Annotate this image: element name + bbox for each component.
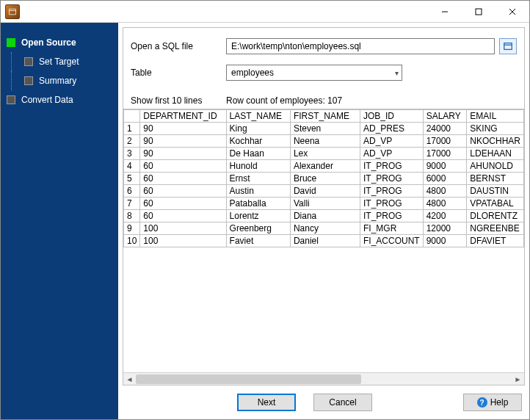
table-cell[interactable]: AD_PRES (360, 123, 423, 135)
scroll-thumb[interactable] (136, 374, 361, 384)
browse-file-button[interactable] (499, 38, 517, 54)
table-cell[interactable]: 60 (140, 173, 226, 185)
sql-file-path-input[interactable] (226, 38, 495, 54)
table-cell[interactable]: 4800 (423, 185, 467, 198)
table-cell[interactable]: DAUSTIN (467, 185, 524, 198)
table-row[interactable]: 190KingStevenAD_PRES24000SKING (124, 123, 524, 135)
scroll-right-icon[interactable]: ► (512, 373, 524, 385)
table-cell[interactable]: 60 (140, 185, 226, 198)
table-cell[interactable]: NGREENBE (467, 222, 524, 235)
table-cell[interactable]: King (226, 123, 290, 135)
table-cell[interactable]: 4200 (423, 210, 467, 222)
table-cell[interactable]: Austin (226, 185, 290, 198)
sidebar-item-convert-data[interactable]: Convert Data (1, 90, 118, 109)
table-cell[interactable]: IT_PROG (360, 198, 423, 210)
table-cell[interactable]: Bruce (290, 173, 360, 185)
table-cell[interactable]: Lorentz (226, 210, 290, 222)
help-icon: ? (477, 397, 487, 408)
table-cell[interactable]: Pataballa (226, 198, 290, 210)
sidebar-item-label: Convert Data (21, 95, 73, 105)
table-cell[interactable]: SKING (467, 123, 524, 135)
table-cell[interactable]: 60 (140, 198, 226, 210)
table-cell[interactable]: 17000 (423, 148, 467, 160)
table-cell[interactable]: Diana (290, 210, 360, 222)
table-cell[interactable]: DFAVIET (467, 235, 524, 247)
help-button[interactable]: ? Help (463, 394, 522, 411)
table-cell[interactable]: De Haan (226, 148, 290, 160)
table-cell[interactable]: Lex (290, 148, 360, 160)
table-cell[interactable]: FI_ACCOUNT (360, 235, 423, 247)
table-cell[interactable]: 90 (140, 123, 226, 135)
table-cell[interactable]: 17000 (423, 135, 467, 148)
table-cell[interactable]: 9000 (423, 235, 467, 247)
table-cell[interactable]: Steven (290, 123, 360, 135)
preview-table-area: DEPARTMENT_ID LAST_NAME FIRST_NAME JOB_I… (123, 109, 524, 385)
table-cell[interactable]: 90 (140, 148, 226, 160)
table-cell[interactable]: 60 (140, 160, 226, 173)
column-header[interactable]: LAST_NAME (226, 110, 290, 123)
column-header[interactable]: SALARY (423, 110, 467, 123)
scroll-left-icon[interactable]: ◄ (123, 373, 136, 385)
column-header[interactable]: FIRST_NAME (290, 110, 360, 123)
table-select[interactable]: employees ▾ (226, 65, 402, 81)
table-cell[interactable]: LDEHAAN (467, 148, 524, 160)
table-row[interactable]: 460HunoldAlexanderIT_PROG9000AHUNOLD (124, 160, 524, 173)
preview-table[interactable]: DEPARTMENT_ID LAST_NAME FIRST_NAME JOB_I… (123, 109, 524, 247)
table-cell[interactable]: Valli (290, 198, 360, 210)
table-row[interactable]: 560ErnstBruceIT_PROG6000BERNST (124, 173, 524, 185)
maximize-button[interactable] (462, 1, 495, 23)
table-cell[interactable]: 4800 (423, 198, 467, 210)
table-cell[interactable]: Daniel (290, 235, 360, 247)
open-sql-label: Open a SQL file (131, 41, 226, 51)
horizontal-scrollbar[interactable]: ◄ ► (123, 372, 524, 385)
table-cell[interactable]: 100 (140, 235, 226, 247)
table-cell[interactable]: VPATABAL (467, 198, 524, 210)
table-cell[interactable]: IT_PROG (360, 173, 423, 185)
table-row[interactable]: 390De HaanLexAD_VP17000LDEHAAN (124, 148, 524, 160)
table-cell[interactable]: 9000 (423, 160, 467, 173)
table-cell[interactable]: IT_PROG (360, 160, 423, 173)
table-cell[interactable]: AD_VP (360, 148, 423, 160)
table-cell[interactable]: AD_VP (360, 135, 423, 148)
table-cell[interactable]: FI_MGR (360, 222, 423, 235)
column-header[interactable]: JOB_ID (360, 110, 423, 123)
table-cell[interactable]: 60 (140, 210, 226, 222)
table-cell[interactable]: 100 (140, 222, 226, 235)
table-cell[interactable]: Neena (290, 135, 360, 148)
table-cell[interactable]: NKOCHHAR (467, 135, 524, 148)
table-row[interactable]: 10100FavietDanielFI_ACCOUNT9000DFAVIET (124, 235, 524, 247)
table-row[interactable]: 860LorentzDianaIT_PROG4200DLORENTZ (124, 210, 524, 222)
row-number: 4 (124, 160, 140, 173)
table-row[interactable]: 290KochharNeenaAD_VP17000NKOCHHAR (124, 135, 524, 148)
table-cell[interactable]: DLORENTZ (467, 210, 524, 222)
sidebar-item-open-source[interactable]: Open Source (1, 33, 118, 52)
minimize-button[interactable] (428, 1, 462, 23)
table-cell[interactable]: Ernst (226, 173, 290, 185)
table-row[interactable]: 660AustinDavidIT_PROG4800DAUSTIN (124, 185, 524, 198)
sidebar-item-set-target[interactable]: Set Target (1, 52, 118, 71)
table-row[interactable]: 9100GreenbergNancyFI_MGR12000NGREENBE (124, 222, 524, 235)
open-file-icon (503, 41, 513, 51)
table-cell[interactable]: BERNST (467, 173, 524, 185)
table-cell[interactable]: Kochhar (226, 135, 290, 148)
table-cell[interactable]: 12000 (423, 222, 467, 235)
column-header[interactable]: EMAIL (467, 110, 524, 123)
table-cell[interactable]: Nancy (290, 222, 360, 235)
table-cell[interactable]: AHUNOLD (467, 160, 524, 173)
sidebar-item-summary[interactable]: Summary (1, 71, 118, 90)
close-button[interactable] (495, 1, 529, 23)
table-cell[interactable]: IT_PROG (360, 185, 423, 198)
next-button[interactable]: Next (237, 394, 296, 411)
table-cell[interactable]: 24000 (423, 123, 467, 135)
table-cell[interactable]: IT_PROG (360, 210, 423, 222)
table-cell[interactable]: 6000 (423, 173, 467, 185)
table-cell[interactable]: Faviet (226, 235, 290, 247)
table-cell[interactable]: Hunold (226, 160, 290, 173)
table-cell[interactable]: 90 (140, 135, 226, 148)
table-cell[interactable]: David (290, 185, 360, 198)
cancel-button[interactable]: Cancel (313, 394, 372, 411)
table-row[interactable]: 760PataballaValliIT_PROG4800VPATABAL (124, 198, 524, 210)
table-cell[interactable]: Alexander (290, 160, 360, 173)
table-cell[interactable]: Greenberg (226, 222, 290, 235)
column-header[interactable]: DEPARTMENT_ID (140, 110, 226, 123)
